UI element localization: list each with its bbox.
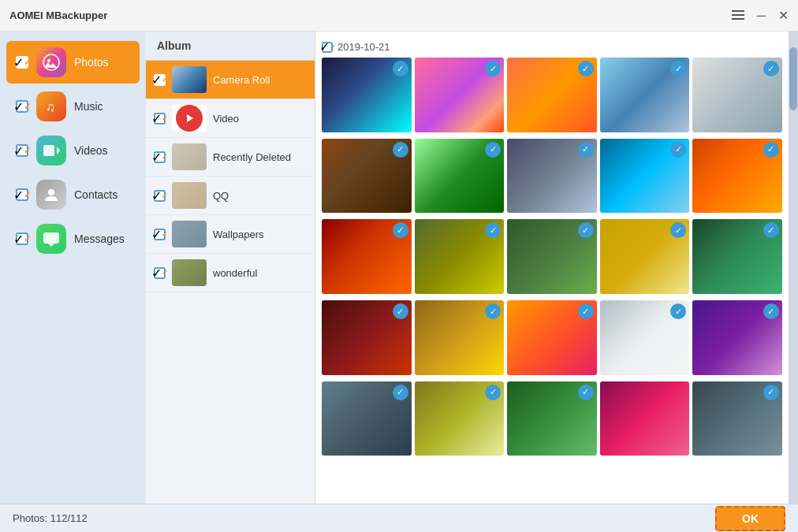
photo-cell-15[interactable]: ✓ [692,219,782,294]
album-name-qq: QQ [213,190,229,202]
photo-cell-21[interactable]: ✓ [322,381,412,456]
photo-cell-20[interactable]: ✓ [692,300,782,375]
contacts-checkbox[interactable]: ✓ [16,188,28,201]
photo-check-21: ✓ [393,385,408,400]
camera-roll-checkbox[interactable]: ✓ [154,74,166,86]
sidebar: ✓ Photos ✓ ♫ Music ✓ Videos ✓ [0,32,146,504]
photo-cell-3[interactable]: ✓ [507,58,597,132]
svg-rect-0 [732,10,744,12]
album-item-qq[interactable]: ✓ QQ [146,177,315,215]
photo-cell-10[interactable]: ✓ [692,139,782,214]
photo-check-9: ✓ [670,142,686,158]
photo-cell-18[interactable]: ✓ [507,300,597,375]
photo-cell-22[interactable]: ✓ [415,381,505,456]
photo-cell-23[interactable]: ✓ [507,381,597,456]
photo-check-5: ✓ [763,61,779,76]
album-name-wallpapers: Wallpapers [213,229,264,240]
photo-cell-5[interactable]: ✓ [692,58,782,132]
photo-cell-25[interactable]: ✓ [692,381,782,456]
wonderful-checkbox[interactable]: ✓ [154,267,166,279]
album-name-camera-roll: Camera Roll [213,74,270,86]
video-thumb [172,105,207,132]
contacts-icon [36,180,66,210]
photo-cell-19[interactable]: ✓ [600,300,690,375]
photo-cell-17[interactable]: ✓ [415,300,505,375]
photo-check-3: ✓ [578,61,594,76]
status-text: Photos: 112/112 [13,512,88,524]
album-item-wonderful[interactable]: ✓ wonderful [146,254,315,292]
scrollbar-thumb[interactable] [789,47,797,110]
music-checkbox[interactable]: ✓ [16,100,28,113]
svg-marker-11 [187,114,193,122]
sidebar-item-messages[interactable]: ✓ Messages [6,218,140,260]
photo-cell-9[interactable]: ✓ [600,139,690,214]
photo-check-11: ✓ [393,222,408,238]
wallpapers-checkbox[interactable]: ✓ [154,229,166,240]
menu-icon[interactable] [732,9,744,22]
qq-checkbox[interactable]: ✓ [154,190,166,202]
main-container: ✓ Photos ✓ ♫ Music ✓ Videos ✓ [0,32,798,504]
photo-check-18: ✓ [578,303,594,319]
album-item-camera-roll[interactable]: ✓ Camera Roll [146,61,315,99]
messages-checkbox[interactable]: ✓ [16,233,28,245]
close-icon[interactable]: ✕ [778,9,789,22]
minimize-icon[interactable]: ─ [757,9,766,22]
photo-cell-2[interactable]: ✓ [415,58,505,132]
album-item-recently-deleted[interactable]: ✓ Recently Deleted [146,138,315,177]
titlebar: AOMEI MBackupper ─ ✕ [0,0,798,32]
camera-roll-thumb [172,66,207,93]
photo-area[interactable]: ✓ 2019-10-21 ✓ ✓ ✓ ✓ ✓ [315,32,789,504]
video-checkbox[interactable]: ✓ [154,113,166,125]
photo-cell-4[interactable]: ✓ [600,58,690,132]
photo-cell-14[interactable]: ✓ [600,219,690,294]
wallpapers-thumb [172,221,207,247]
album-item-video[interactable]: ✓ Video [146,99,315,138]
photo-check-20: ✓ [763,303,779,319]
photo-cell-16[interactable]: ✓ [322,300,412,375]
ok-button[interactable]: OK [715,506,785,531]
album-name-video: Video [213,113,239,125]
album-name-wonderful: wonderful [213,267,257,279]
date-group-checkbox[interactable]: ✓ [322,42,333,53]
photo-cell-12[interactable]: ✓ [415,219,505,294]
sidebar-item-photos[interactable]: ✓ Photos [6,41,140,84]
svg-rect-1 [732,14,744,16]
messages-icon [36,224,66,254]
svg-text:♫: ♫ [46,100,55,113]
recently-deleted-checkbox[interactable]: ✓ [154,151,166,163]
photo-cell-11[interactable]: ✓ [322,219,412,294]
photo-grid-row4: ✓ ✓ ✓ ✓ ✓ [322,300,782,375]
app-title: AOMEI MBackupper [9,9,107,21]
photo-cell-13[interactable]: ✓ [507,219,597,294]
date-group-label: ✓ 2019-10-21 [322,41,782,53]
photo-cell-1[interactable]: ✓ [322,58,412,132]
photo-cell-8[interactable]: ✓ [507,139,597,214]
sidebar-label-photos: Photos [74,56,109,69]
sidebar-item-videos[interactable]: ✓ Videos [6,129,140,172]
photo-check-8: ✓ [578,142,594,158]
photo-cell-6[interactable]: ✓ [322,139,412,214]
sidebar-label-music: Music [74,100,103,113]
sidebar-label-messages: Messages [74,233,125,245]
videos-checkbox[interactable]: ✓ [16,144,28,157]
photo-cell-7[interactable]: ✓ [415,139,505,214]
photo-check-10: ✓ [763,142,779,158]
svg-marker-7 [57,147,60,154]
svg-point-8 [48,189,54,195]
scrollbar-track[interactable] [789,32,798,504]
sidebar-label-videos: Videos [74,144,108,157]
photo-cell-24[interactable] [600,381,690,456]
sidebar-label-contacts: Contacts [74,188,117,201]
photo-check-1: ✓ [393,61,408,76]
sidebar-item-music[interactable]: ✓ ♫ Music [6,85,140,128]
album-item-wallpapers[interactable]: ✓ Wallpapers [146,215,315,254]
photo-check-16: ✓ [393,303,408,319]
qq-thumb [172,182,207,209]
photos-icon [36,47,66,77]
photo-check-25: ✓ [763,385,779,400]
sidebar-item-contacts[interactable]: ✓ Contacts [6,173,140,216]
album-header: Album [146,32,315,61]
photos-checkbox[interactable]: ✓ [16,56,28,69]
album-panel: Album ✓ Camera Roll ✓ Video ✓ Re [146,32,315,504]
window-controls: ─ ✕ [732,9,789,22]
